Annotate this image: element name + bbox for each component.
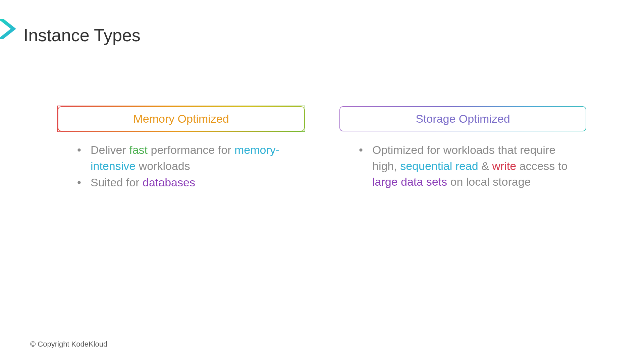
storage-header: Storage Optimized	[339, 106, 587, 132]
memory-bullets: Deliver fast performance for memory-inte…	[57, 142, 305, 191]
list-item: Deliver fast performance for memory-inte…	[77, 142, 305, 174]
content-row: Memory Optimized Deliver fast performanc…	[0, 106, 644, 191]
list-item: Suited for databases	[77, 175, 305, 191]
page-title: Instance Types	[23, 25, 141, 45]
storage-bullets: Optimized for workloads that require hig…	[339, 142, 587, 190]
chevron-right-icon	[0, 16, 19, 43]
memory-header: Memory Optimized	[57, 106, 305, 132]
memory-column: Memory Optimized Deliver fast performanc…	[57, 106, 305, 191]
copyright-text: © Copyright KodeKloud	[30, 340, 107, 349]
storage-column: Storage Optimized Optimized for workload…	[339, 106, 587, 191]
list-item: Optimized for workloads that require hig…	[359, 142, 587, 190]
